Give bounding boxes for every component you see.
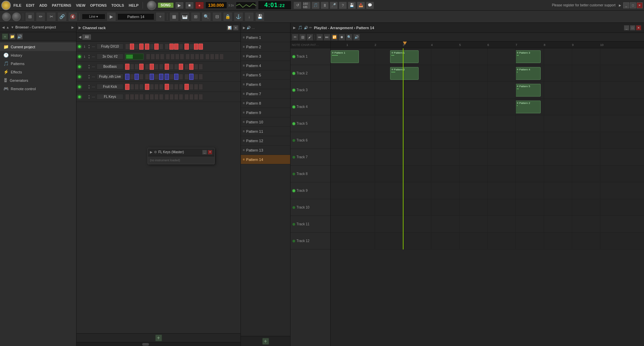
ch-piano-roll-2[interactable] xyxy=(125,54,144,60)
pattern-item[interactable]: ≡ Pattern 10 xyxy=(241,117,290,127)
menu-add[interactable]: ADD xyxy=(37,3,49,8)
ch-name-4[interactable]: Fruity..nth Live xyxy=(97,74,123,79)
cr-nav-left[interactable]: ◀ xyxy=(78,35,81,39)
save-icon[interactable]: 💾 xyxy=(348,2,356,9)
play-btn[interactable]: ▶ xyxy=(175,2,184,9)
piano-icon[interactable]: 🎹 xyxy=(180,12,190,21)
track-label-7[interactable]: Track 7 xyxy=(290,149,330,166)
grid-icon[interactable]: ⊞ xyxy=(191,12,200,21)
pattern-item[interactable]: ≡ Pattern 2 xyxy=(241,42,290,52)
ch-led-4[interactable] xyxy=(78,75,81,78)
pattern-block-t4-p2[interactable]: ≡ Pattern 2 xyxy=(516,101,541,113)
pattern-block-t1-p3[interactable]: ≡ Pattern 3 xyxy=(516,50,541,63)
ch-led-1[interactable] xyxy=(78,45,81,48)
pl-minimize-btn[interactable]: _ xyxy=(624,25,629,31)
sidebar-item-history[interactable]: 🕐 History xyxy=(0,51,76,59)
cr-hscroll[interactable] xyxy=(76,342,240,346)
playhead-marker[interactable] xyxy=(403,42,407,45)
cr-scroll-thumb[interactable] xyxy=(142,343,149,346)
pl-maximize-btn[interactable]: □ xyxy=(630,25,635,31)
pattern-item-selected[interactable]: ≡ Pattern 14 xyxy=(241,155,290,164)
pattern-item[interactable]: ≡ Pattern 11 xyxy=(241,127,290,136)
track-label-9[interactable]: Track 9 xyxy=(290,182,330,199)
pattern-block-t3-p5[interactable]: ≡ Pattern 5 xyxy=(516,84,541,97)
chat-icon[interactable]: 💬 xyxy=(366,2,374,9)
pl-rec-btn[interactable]: ⏺ xyxy=(338,34,345,41)
fl-keys-close[interactable]: ✕ xyxy=(208,150,212,155)
cr-volume-icon[interactable]: 📊 xyxy=(227,25,232,31)
master-volume-knob[interactable] xyxy=(147,1,156,10)
minimize-btn[interactable]: _ xyxy=(623,2,629,8)
ch-name-1[interactable]: Fruity DX10 xyxy=(97,44,123,49)
pattern-item[interactable]: ≡ Pattern 12 xyxy=(241,136,290,146)
add-pattern-icon[interactable]: + xyxy=(156,12,165,21)
sidebar-item-patterns[interactable]: 🎵 Patterns xyxy=(0,59,76,68)
cpu-icon[interactable]: 160 MB xyxy=(303,2,311,9)
menu-file[interactable]: FILE xyxy=(11,3,23,8)
track-label-5[interactable]: Track 5 xyxy=(290,115,330,132)
pattern-item[interactable]: ≡ Pattern 8 xyxy=(241,99,290,108)
track-label-2[interactable]: Track 2 xyxy=(290,65,330,82)
metronome-icon[interactable]: 🎵 xyxy=(312,2,320,9)
ch-led-5[interactable] xyxy=(78,85,81,89)
menu-edit[interactable]: EDIT xyxy=(24,3,37,8)
pl-close-btn[interactable]: ✕ xyxy=(636,25,641,31)
mic-icon[interactable]: 🎤 xyxy=(330,2,338,9)
pattern-item[interactable]: ≡ Pattern 4 xyxy=(241,61,290,70)
pattern-block-t2-p4[interactable]: ≡ Pattern 4 xyxy=(516,67,541,80)
track-label-12[interactable]: Track 12 xyxy=(290,233,330,249)
help-icon[interactable]: ? xyxy=(339,2,347,9)
pitch-knob2[interactable] xyxy=(12,12,21,21)
pattern-item[interactable]: ≡ Pattern 9 xyxy=(241,108,290,117)
add-folder-btn[interactable]: + xyxy=(2,34,8,40)
menu-help[interactable]: HELP xyxy=(127,3,141,8)
ch-name-5[interactable]: Fruit Kick xyxy=(97,84,123,90)
pl-tool-draw[interactable]: ✏ xyxy=(292,34,299,41)
mixer-icon[interactable]: 🎚 xyxy=(321,2,329,9)
track-label-10[interactable]: Track 10 xyxy=(290,199,330,216)
register-arrow[interactable]: ▶ xyxy=(619,4,621,7)
ch-name-6[interactable]: FL Keys xyxy=(97,94,123,100)
sidebar-item-current-project[interactable]: 📁 Current project xyxy=(0,43,76,51)
collapse-icon[interactable]: ⊟ xyxy=(212,12,222,21)
stop-btn[interactable]: ■ xyxy=(185,2,194,9)
add-channel-btn[interactable]: + xyxy=(155,335,162,341)
sidebar-item-remote-control[interactable]: 🎮 Remote control xyxy=(0,84,76,93)
pattern-item[interactable]: ≡ Pattern 5 xyxy=(241,70,290,80)
speaker-icon[interactable]: 🔊 xyxy=(17,34,23,40)
maximize-btn[interactable]: □ xyxy=(630,2,636,8)
slice-icon[interactable]: ✂ xyxy=(47,12,56,21)
add-pattern-list-btn[interactable]: + xyxy=(262,338,269,345)
save2-icon[interactable]: 💾 xyxy=(255,12,265,21)
mute-icon[interactable]: 🔇 xyxy=(68,12,77,21)
menu-tools[interactable]: TOOLS xyxy=(109,3,126,8)
pl-prev-btn[interactable]: ⏮ xyxy=(316,34,323,41)
track-label-6[interactable]: Track 6 xyxy=(290,132,330,149)
playlist-view-icon[interactable]: ▦ xyxy=(169,12,179,21)
ch-led-6[interactable] xyxy=(78,95,81,99)
pattern-item[interactable]: ≡ Pattern 6 xyxy=(241,80,290,89)
pattern-item[interactable]: ≡ Pattern 3 xyxy=(241,52,290,61)
cr-close-icon[interactable]: ✕ xyxy=(233,25,238,31)
ch-name-3[interactable]: BooBass xyxy=(97,64,123,69)
pl-tool-brush[interactable]: 🖌 xyxy=(307,34,313,41)
link-icon[interactable]: 🔗 xyxy=(57,12,67,21)
cr-filter-all[interactable]: All xyxy=(83,35,91,40)
folder-icon[interactable]: 📁 xyxy=(9,34,15,40)
snap-icon[interactable]: ⊞ xyxy=(25,12,35,21)
menu-patterns[interactable]: PATTERNS xyxy=(50,3,73,8)
zoom-icon[interactable]: 🔍 xyxy=(202,12,211,21)
pl-loop-btn[interactable]: 🔁 xyxy=(331,34,338,41)
pattern-item[interactable]: ≡ Pattern 7 xyxy=(241,89,290,99)
share-icon[interactable]: 📤 xyxy=(357,2,365,9)
pl-tool-select[interactable]: ▧ xyxy=(299,34,306,41)
fl-keys-minimize[interactable]: _ xyxy=(202,150,207,155)
pl-zoom-btn[interactable]: 🔍 xyxy=(346,34,353,41)
track-label-11[interactable]: Track 11 xyxy=(290,216,330,233)
pattern-item[interactable]: ≡ Pattern 1 xyxy=(241,33,290,42)
line-mode-btn[interactable]: Line ▾ xyxy=(82,14,105,19)
pattern-block-t1-p1b[interactable]: ≡ Pattern 1 xyxy=(390,50,418,63)
arrow-right-icon[interactable]: ▶ xyxy=(107,12,116,21)
pattern-item[interactable]: ≡ Pattern 13 xyxy=(241,146,290,155)
track-label-8[interactable]: Track 8 xyxy=(290,166,330,182)
